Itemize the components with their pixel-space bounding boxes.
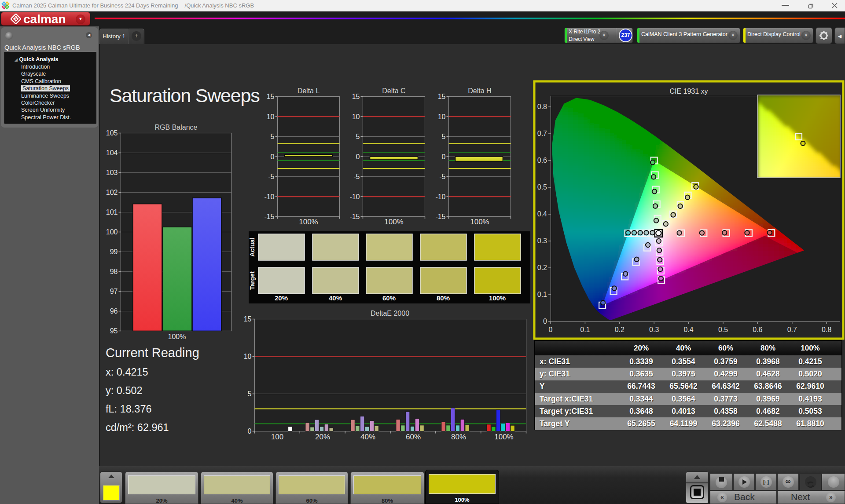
svg-text:0: 0 bbox=[442, 153, 446, 161]
svg-text:Delta C: Delta C bbox=[382, 87, 405, 95]
svg-text:15: 15 bbox=[244, 315, 252, 323]
svg-text:80%: 80% bbox=[437, 294, 450, 302]
svg-text:98: 98 bbox=[110, 268, 118, 275]
svg-text:-15: -15 bbox=[435, 213, 445, 220]
svg-text:100%: 100% bbox=[489, 294, 506, 302]
svg-text:60%: 60% bbox=[382, 294, 396, 302]
svg-text:0.5: 0.5 bbox=[718, 326, 728, 333]
svg-text:96: 96 bbox=[110, 307, 118, 315]
svg-text:10: 10 bbox=[352, 113, 360, 121]
svg-text:60%: 60% bbox=[406, 433, 421, 441]
svg-text:-10: -10 bbox=[349, 193, 360, 201]
svg-text:100%: 100% bbox=[384, 218, 403, 226]
svg-text:Target: Target bbox=[249, 271, 256, 290]
svg-text:Actual: Actual bbox=[249, 238, 256, 257]
svg-text:10: 10 bbox=[438, 113, 446, 121]
svg-text:-15: -15 bbox=[349, 213, 360, 220]
svg-text:100%: 100% bbox=[470, 218, 489, 226]
svg-text:DeltaE 2000: DeltaE 2000 bbox=[371, 310, 409, 317]
svg-text:0: 0 bbox=[248, 427, 252, 435]
svg-text:10: 10 bbox=[267, 113, 275, 121]
svg-text:100%: 100% bbox=[299, 218, 318, 226]
svg-text:0.5: 0.5 bbox=[537, 183, 547, 191]
svg-text:104: 104 bbox=[106, 149, 118, 157]
svg-text:0.2: 0.2 bbox=[615, 326, 625, 333]
svg-text:5: 5 bbox=[442, 133, 446, 140]
svg-text:0.7: 0.7 bbox=[787, 326, 797, 333]
svg-text:0.3: 0.3 bbox=[649, 326, 659, 333]
svg-text:-10: -10 bbox=[264, 193, 274, 201]
svg-text:20%: 20% bbox=[275, 294, 288, 302]
svg-text:0.7: 0.7 bbox=[537, 130, 547, 137]
svg-text:0.1: 0.1 bbox=[537, 291, 547, 298]
svg-text:-5: -5 bbox=[353, 173, 360, 180]
svg-text:80%: 80% bbox=[451, 433, 466, 441]
svg-text:-10: -10 bbox=[435, 193, 445, 201]
svg-text:0.6: 0.6 bbox=[537, 157, 547, 164]
svg-text:0.4: 0.4 bbox=[537, 210, 547, 218]
svg-text:100%: 100% bbox=[168, 333, 186, 340]
svg-text:-5: -5 bbox=[268, 173, 274, 180]
svg-text:0.1: 0.1 bbox=[580, 326, 590, 333]
svg-text:5: 5 bbox=[271, 133, 275, 140]
svg-text:Delta L: Delta L bbox=[298, 87, 320, 95]
svg-text:0: 0 bbox=[271, 153, 275, 161]
svg-text:100%: 100% bbox=[494, 433, 513, 441]
svg-text:5: 5 bbox=[356, 133, 360, 140]
svg-text:0: 0 bbox=[356, 153, 360, 161]
svg-text:20%: 20% bbox=[315, 433, 330, 441]
svg-text:101: 101 bbox=[106, 208, 118, 216]
svg-text:0: 0 bbox=[549, 326, 553, 333]
svg-text:95: 95 bbox=[110, 327, 118, 335]
svg-text:0.4: 0.4 bbox=[683, 326, 693, 333]
svg-text:0: 0 bbox=[543, 318, 547, 325]
svg-text:Delta H: Delta H bbox=[468, 87, 491, 95]
svg-text:RGB Balance: RGB Balance bbox=[155, 124, 198, 131]
svg-text:-5: -5 bbox=[439, 173, 445, 180]
svg-text:15: 15 bbox=[438, 93, 446, 100]
svg-text:0.3: 0.3 bbox=[537, 237, 547, 245]
svg-text:99: 99 bbox=[110, 248, 118, 256]
svg-text:102: 102 bbox=[106, 189, 118, 196]
svg-text:0.8: 0.8 bbox=[537, 103, 547, 110]
svg-text:40%: 40% bbox=[360, 433, 375, 441]
svg-text:10: 10 bbox=[244, 353, 252, 360]
svg-text:15: 15 bbox=[267, 93, 275, 100]
svg-text:40%: 40% bbox=[329, 294, 342, 302]
svg-text:5: 5 bbox=[248, 390, 252, 398]
svg-text:97: 97 bbox=[110, 288, 118, 295]
svg-text:105: 105 bbox=[106, 129, 118, 137]
svg-text:0.8: 0.8 bbox=[822, 326, 831, 333]
svg-text:100: 100 bbox=[271, 433, 283, 441]
svg-text:-15: -15 bbox=[264, 213, 274, 220]
svg-text:0.6: 0.6 bbox=[753, 326, 762, 333]
svg-text:0.2: 0.2 bbox=[537, 264, 547, 271]
svg-text:CIE 1931 xy: CIE 1931 xy bbox=[669, 88, 708, 95]
svg-text:103: 103 bbox=[106, 169, 118, 176]
svg-text:100: 100 bbox=[106, 228, 118, 236]
svg-text:15: 15 bbox=[352, 93, 360, 100]
